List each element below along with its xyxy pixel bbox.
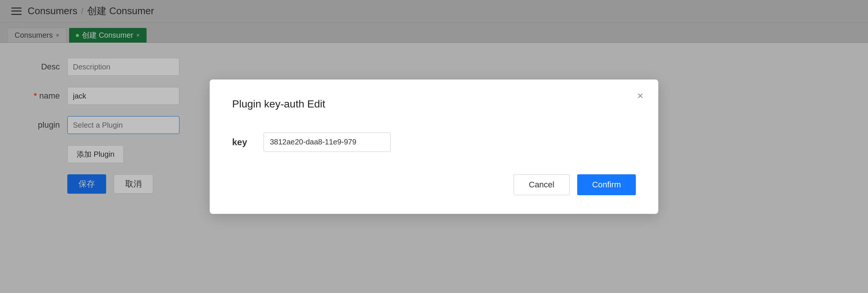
modal-title: Plugin key-auth Edit	[232, 98, 636, 110]
plugin-key-auth-modal: × Plugin key-auth Edit key Cancel Confir…	[210, 80, 658, 214]
modal-key-input[interactable]	[264, 133, 391, 152]
modal-cancel-button[interactable]: Cancel	[514, 174, 570, 195]
modal-body: key	[232, 129, 636, 152]
modal-footer: Cancel Confirm	[232, 174, 636, 195]
modal-confirm-button[interactable]: Confirm	[577, 174, 636, 195]
modal-key-label: key	[232, 137, 255, 147]
modal-overlay: × Plugin key-auth Edit key Cancel Confir…	[0, 0, 868, 293]
modal-close-button[interactable]: ×	[637, 91, 643, 101]
modal-key-row: key	[232, 133, 391, 152]
